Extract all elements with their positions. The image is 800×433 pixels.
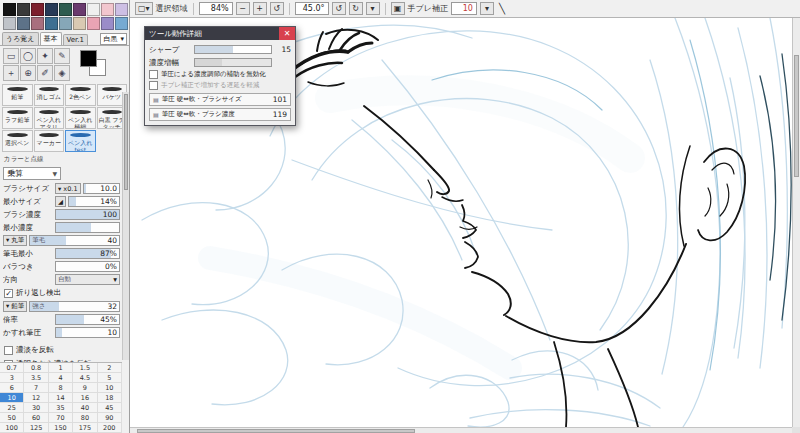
size-preset-cell[interactable]: 18 (98, 393, 122, 403)
foreground-color-swatch[interactable] (80, 50, 97, 67)
scatter-slider[interactable]: 0% (55, 261, 120, 272)
size-preset-cell[interactable]: 0.7 (0, 363, 24, 373)
tab-2[interactable]: Ver.1 (63, 34, 88, 45)
color-swatch[interactable] (101, 17, 114, 30)
palette-set-dropdown[interactable]: 白黒 ▾ (100, 33, 127, 45)
size-preset-cell[interactable]: 80 (73, 413, 97, 423)
brush-tile[interactable]: 選択ペン (2, 130, 33, 152)
size-preset-cell[interactable]: 7 (24, 383, 48, 393)
zoom-value[interactable]: 84% (199, 2, 233, 15)
selection-mode-icon[interactable]: ▢▾ (135, 2, 153, 15)
pressure-curve-button[interactable]: ◢ (55, 196, 66, 207)
blend-mode-dropdown[interactable]: 乗算 ▼ (3, 167, 61, 180)
brush-tile[interactable]: 消しゴム (34, 84, 65, 106)
texture-dropdown[interactable]: ▾ 鉛筆 (3, 301, 27, 312)
color-swatch[interactable] (115, 17, 128, 30)
rect-select-icon[interactable]: ▭ (3, 48, 19, 64)
size-preset-cell[interactable]: 1 (49, 363, 73, 373)
color-swatch[interactable] (115, 3, 128, 16)
color-indicator[interactable] (78, 48, 112, 81)
min-size-slider[interactable]: 14% (68, 196, 120, 207)
color-swatch[interactable] (3, 3, 16, 16)
size-preset-cell[interactable]: 16 (73, 393, 97, 403)
brush-tile[interactable]: 鉛筆 (2, 84, 33, 106)
size-preset-cell[interactable]: 6 (0, 383, 24, 393)
color-swatch[interactable] (45, 17, 58, 30)
brush-tile[interactable]: ペン入れ 極細 (65, 107, 96, 129)
color-swatch[interactable] (59, 17, 72, 30)
size-preset-cell[interactable]: 12 (24, 393, 48, 403)
size-preset-cell[interactable]: 10 (98, 383, 122, 393)
size-preset-cell[interactable]: 3.5 (24, 373, 48, 383)
size-preset-cell[interactable]: 0.8 (24, 363, 48, 373)
color-swatch[interactable] (17, 17, 30, 30)
invert-tone-checkbox[interactable] (4, 346, 13, 355)
canvas-vertical-scrollbar[interactable] (792, 18, 800, 427)
zoom-in-icon[interactable]: ＋ (3, 65, 19, 81)
tip-shape-dropdown[interactable]: ▾ 丸筆 (3, 235, 27, 246)
kasure-slider[interactable]: 10 (55, 327, 120, 338)
rotation-value[interactable]: 45.0° (295, 2, 329, 15)
stabilizer-value[interactable]: 10 (451, 2, 477, 15)
size-preset-cell[interactable]: 2 (98, 363, 122, 373)
disable-density-assist-checkbox[interactable] (149, 70, 158, 79)
canvas-horizontal-scrollbar[interactable] (130, 427, 792, 433)
size-preset-cell[interactable]: 8 (49, 383, 73, 393)
size-preset-cell[interactable]: 5 (98, 373, 122, 383)
size-preset-cell[interactable]: 100 (0, 423, 24, 433)
color-swatch[interactable] (73, 17, 86, 30)
canvas[interactable]: ツール動作詳細 ✕ シャープ 15 濃度増幅 (130, 18, 792, 427)
size-preset-cell[interactable]: 90 (98, 413, 122, 423)
size-preset-cell[interactable]: 4 (49, 373, 73, 383)
zoom-in-button[interactable]: + (253, 2, 267, 15)
size-preset-cell[interactable]: 40 (73, 403, 97, 413)
size-preset-cell[interactable]: 25 (0, 403, 24, 413)
brush-tile[interactable]: ペン入れ test (65, 130, 96, 152)
brush-tile[interactable]: ペン入れ アタリ (34, 107, 65, 129)
min-density-slider[interactable] (55, 222, 120, 233)
direction-dropdown[interactable]: 自動 ▾ (55, 274, 120, 285)
vertical-scrollbar-thumb[interactable] (794, 55, 799, 178)
color-swatch[interactable] (87, 17, 100, 30)
texture-strength-slider[interactable]: 強さ 32 (29, 301, 120, 312)
size-preset-cell[interactable]: 10 (0, 393, 24, 403)
brush-size-slider[interactable]: 10.0 (83, 183, 120, 194)
rotate-ccw-button[interactable]: ↺ (332, 2, 346, 15)
size-preset-cell[interactable]: 125 (24, 423, 48, 433)
color-swatch[interactable] (3, 17, 16, 30)
color-swatch[interactable] (17, 3, 30, 16)
bristle-min-slider[interactable]: 87% (55, 248, 120, 259)
texture-scale-slider[interactable]: 45% (55, 314, 120, 325)
color-swatch[interactable] (31, 17, 44, 30)
color-swatch[interactable] (73, 3, 86, 16)
size-preset-cell[interactable]: 4.5 (73, 373, 97, 383)
color-swatch[interactable] (31, 3, 44, 16)
magic-wand-icon[interactable]: ✦ (37, 48, 53, 64)
color-swatch[interactable] (87, 3, 100, 16)
size-preset-cell[interactable]: 150 (49, 423, 73, 433)
sharp-slider[interactable] (194, 45, 272, 54)
size-preset-cell[interactable]: 175 (73, 423, 97, 433)
horizontal-scrollbar-thumb[interactable] (137, 429, 415, 433)
size-preset-cell[interactable]: 200 (98, 423, 122, 433)
tab-0[interactable]: うろ覚え (2, 32, 39, 45)
size-preset-cell[interactable]: 50 (0, 413, 24, 423)
color-swatch[interactable] (45, 3, 58, 16)
rotate-cw-button[interactable]: ↻ (349, 2, 363, 15)
panel-scrollbar[interactable] (122, 92, 129, 360)
color-swatch[interactable] (59, 3, 72, 16)
size-preset-cell[interactable]: 3 (0, 373, 24, 383)
zoom-reset-button[interactable]: ↺ (270, 2, 284, 15)
brush-tile[interactable]: ラフ鉛筆 (2, 107, 33, 129)
eyedropper-icon[interactable]: ✐ (37, 65, 53, 81)
pen-cursor-icon[interactable]: ✎ (54, 48, 70, 64)
size-preset-cell[interactable]: 9 (73, 383, 97, 393)
brush-tile[interactable]: 2色ペン (65, 84, 96, 106)
pressure-density-curve-row[interactable]: ▤ 筆圧 硬⇔軟・ブラシ濃度 119 (149, 108, 291, 121)
pressure-size-curve-row[interactable]: ▤ 筆圧 硬⇔軟・ブラシサイズ 101 (149, 93, 291, 106)
zoom-out-button[interactable]: − (236, 2, 250, 15)
hand-tool-icon[interactable]: ◈ (54, 65, 70, 81)
zoom-tool-icon[interactable]: ⊕ (20, 65, 36, 81)
stabilizer-dropdown[interactable]: ▾ (480, 2, 494, 15)
stabilizer-icon[interactable]: ▣ (391, 2, 405, 15)
